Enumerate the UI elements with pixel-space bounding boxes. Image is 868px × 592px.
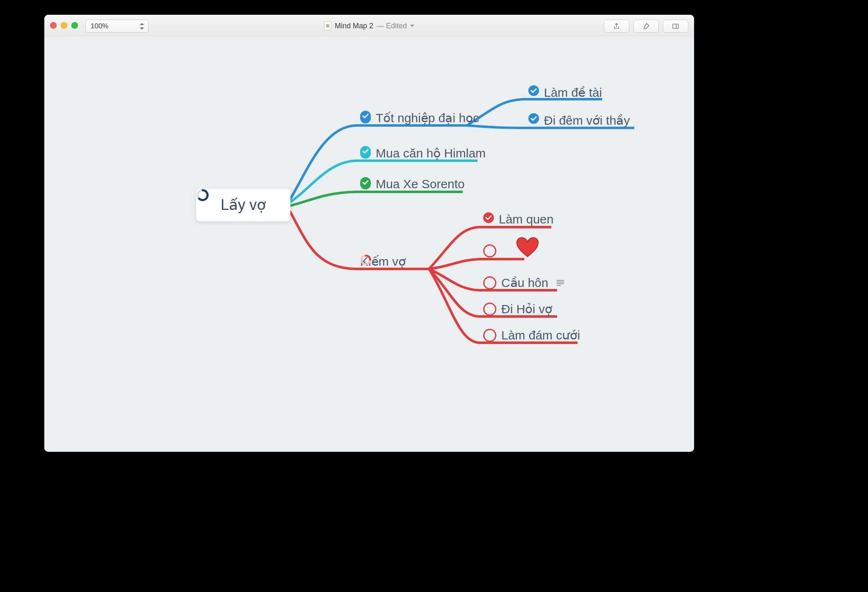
leaf-node[interactable]: Làm quen (483, 212, 553, 226)
leaf-node[interactable]: Đi đêm với thầy (528, 113, 630, 128)
paintbrush-icon (642, 23, 650, 30)
document-icon (324, 21, 331, 30)
traffic-lights (50, 22, 78, 29)
checkbox-unchecked-icon[interactable] (483, 244, 496, 257)
note-icon[interactable] (557, 280, 564, 286)
progress-ring-icon (360, 254, 372, 266)
leaf-node[interactable] (483, 244, 501, 257)
checkbox-checked-icon[interactable] (528, 87, 539, 98)
document-edited: — Edited (377, 22, 407, 30)
share-icon (613, 23, 620, 30)
zoom-dropdown[interactable]: 100% (85, 20, 148, 33)
branch-node[interactable]: Mua Xe Sorento (360, 177, 465, 191)
mindmap-canvas[interactable]: Lấy vợ Tốt nghiệp đại học Mua căn hộ Him… (44, 37, 694, 452)
window-minimize-button[interactable] (61, 22, 67, 29)
window-zoom-button[interactable] (71, 22, 78, 29)
checkbox-checked-icon[interactable] (360, 179, 371, 189)
branch-label: Tốt nghiệp đại học (376, 111, 479, 125)
leaf-label: Cầu hôn (501, 276, 548, 290)
checkbox-unchecked-icon[interactable] (483, 329, 496, 342)
branch-node[interactable]: Mua căn hộ Himlam (360, 146, 486, 160)
document-name: Mind Map 2 (335, 22, 373, 30)
checkbox-unchecked-icon[interactable] (483, 276, 496, 289)
leaf-node[interactable]: Làm đề tài (528, 85, 602, 100)
root-label: Lấy vợ (221, 196, 266, 214)
progress-ring-icon (196, 189, 209, 202)
leaf-label: Làm đám cưới (501, 328, 580, 342)
app-window: 100% Mind Map 2 — Edited (44, 15, 694, 452)
zoom-value: 100% (91, 22, 108, 30)
checkbox-checked-icon[interactable] (483, 214, 494, 225)
toolbar-right (604, 20, 688, 33)
titlebar: 100% Mind Map 2 — Edited (44, 15, 694, 37)
share-button[interactable] (604, 20, 629, 33)
leaf-node[interactable]: Làm đám cưới (483, 328, 580, 342)
checkbox-unchecked-icon[interactable] (483, 303, 496, 316)
branch-node[interactable]: Tốt nghiệp đại học (360, 111, 479, 125)
sidebar-icon (672, 23, 679, 30)
checkbox-checked-icon[interactable] (528, 115, 539, 126)
leaf-node[interactable]: Cầu hôn (483, 276, 564, 290)
svg-rect-0 (673, 24, 678, 29)
window-close-button[interactable] (50, 22, 57, 29)
branch-node[interactable]: Kiếm vợ (360, 254, 406, 269)
leaf-label: Đi Hỏi vợ (501, 302, 552, 316)
branch-label: Mua Xe Sorento (376, 177, 465, 191)
leaf-label: Đi đêm với thầy (544, 113, 630, 128)
checkbox-checked-icon[interactable] (360, 148, 371, 159)
leaf-label: Làm đề tài (544, 85, 602, 100)
branch-label: Mua căn hộ Himlam (376, 146, 486, 160)
checkbox-checked-icon[interactable] (360, 113, 371, 123)
root-node[interactable]: Lấy vợ (196, 189, 290, 221)
leaf-node[interactable]: Đi Hỏi vợ (483, 302, 552, 316)
leaf-label: Làm quen (499, 212, 553, 226)
format-button[interactable] (633, 20, 659, 33)
chevron-down-icon (410, 25, 414, 27)
sidebar-toggle-button[interactable] (663, 20, 688, 33)
